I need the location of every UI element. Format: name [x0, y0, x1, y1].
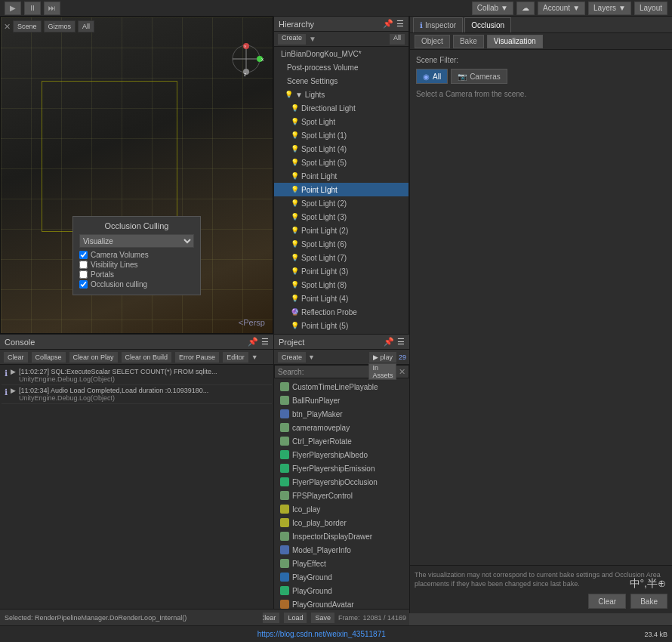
- scene-view: Y X Z <Persp Occlusion Culling Visualize…: [0, 17, 273, 334]
- hierarchy-item-11[interactable]: 💡Spot Light (2): [274, 196, 408, 210]
- cloud-button[interactable]: ☁: [516, 2, 535, 15]
- clear-on-play-btn2[interactable]: Clear on Play: [69, 351, 119, 363]
- error-pause-btn[interactable]: Error Pause: [174, 351, 220, 363]
- project-play-folder-btn[interactable]: ▶ play: [368, 351, 397, 363]
- console-menu-icon[interactable]: ☰: [261, 337, 269, 347]
- project-item-4[interactable]: Ctrl_PlayerRotate: [276, 434, 408, 448]
- project-item-2[interactable]: btn_PlayMaker: [276, 407, 408, 421]
- scene-canvas[interactable]: Y X Z <Persp Occlusion Culling Visualize…: [1, 17, 273, 333]
- project-item-9[interactable]: Ico_play: [276, 502, 408, 516]
- clear-on-build-btn[interactable]: Clear on Build: [121, 351, 173, 363]
- hierarchy-item-3[interactable]: 💡▼ Lights: [274, 88, 408, 101]
- in-assets-tab[interactable]: In Assets: [368, 363, 396, 380]
- hierarchy-item-8[interactable]: 💡Spot Light (5): [274, 156, 408, 169]
- subtab-object[interactable]: Object: [415, 35, 450, 48]
- hierarchy-item-icon-16: 💡: [291, 267, 299, 275]
- svg-text:X: X: [261, 57, 264, 62]
- subtab-bake[interactable]: Bake: [453, 35, 484, 48]
- visibility-lines-checkbox[interactable]: [79, 261, 88, 269]
- hierarchy-item-20[interactable]: 💡Point Light (5): [274, 319, 408, 332]
- project-item-14[interactable]: PlayGround: [276, 570, 408, 584]
- hierarchy-create-dropdown[interactable]: ▼: [309, 35, 316, 43]
- project-item-13[interactable]: PlayEffect: [276, 557, 408, 570]
- project-item-11[interactable]: InspectorDisplayDrawer: [276, 529, 408, 543]
- hierarchy-item-label-6: Spot Light (1): [301, 131, 347, 140]
- clear-button[interactable]: Clear: [588, 594, 626, 609]
- step-button[interactable]: ⏭: [44, 2, 60, 15]
- status-save[interactable]: Save: [310, 612, 335, 624]
- hierarchy-all-btn[interactable]: All: [389, 33, 405, 45]
- project-pin-icon[interactable]: 📌: [384, 337, 394, 347]
- tab-occlusion[interactable]: Occlusion: [464, 17, 511, 32]
- hierarchy-item-1[interactable]: Post-process Volume: [274, 60, 408, 74]
- hierarchy-item-19[interactable]: 🔮Reflection Probe: [274, 305, 408, 319]
- project-item-6[interactable]: FlyerPlayershipEmission: [276, 461, 408, 475]
- collab-button[interactable]: Collab ▼: [472, 2, 513, 15]
- hierarchy-item-15[interactable]: 💡Spot Light (7): [274, 251, 408, 264]
- project-create-btn[interactable]: Create: [277, 351, 307, 363]
- search-close-icon[interactable]: ✕: [399, 367, 405, 377]
- camera-volumes-checkbox[interactable]: [79, 251, 88, 259]
- hierarchy-item-12[interactable]: 💡Spot Light (3): [274, 210, 408, 224]
- pause-button[interactable]: ⏸: [24, 2, 41, 15]
- console-entry-1[interactable]: ℹ ▶ [11:02:34] Audio Load Completed,Load…: [2, 385, 272, 404]
- hierarchy-item-10[interactable]: 💡Point LIght: [274, 183, 408, 196]
- hierarchy-item-13[interactable]: 💡Point Light (2): [274, 224, 408, 237]
- portals-checkbox[interactable]: [79, 270, 88, 279]
- hierarchy-item-icon-13: 💡: [291, 227, 299, 234]
- hierarchy-item-16[interactable]: 💡Point Light (3): [274, 264, 408, 278]
- project-item-5[interactable]: FlyerPlayershipAlbedo: [276, 448, 408, 461]
- project-item-12[interactable]: Model_PlayerInfo: [276, 543, 408, 557]
- tab-inspector[interactable]: ℹ Inspector: [413, 17, 463, 32]
- hierarchy-item-14[interactable]: 💡Spot Light (6): [274, 237, 408, 251]
- collapse-btn[interactable]: Collapse: [31, 351, 66, 363]
- hierarchy-item-6[interactable]: 💡Spot Light (1): [274, 128, 408, 142]
- gizmos-btn[interactable]: Gizmos: [44, 20, 76, 32]
- clear-on-play-btn[interactable]: Clear: [3, 351, 29, 363]
- hierarchy-panel: Hierarchy 📌 ☰ Create ▼ All LinBianDongKo…: [273, 17, 409, 334]
- hierarchy-menu-icon[interactable]: ☰: [396, 19, 404, 29]
- account-button[interactable]: Account ▼: [538, 2, 585, 15]
- status-url[interactable]: https://blog.csdn.net/weixin_43511871: [5, 630, 638, 638]
- play-button[interactable]: ▶: [5, 2, 21, 15]
- hierarchy-item-17[interactable]: 💡Spot Light (8): [274, 278, 408, 292]
- project-item-3[interactable]: cameramoveplay: [276, 421, 408, 434]
- hierarchy-item-0[interactable]: LinBianDongKou_MVC*: [274, 47, 408, 60]
- editor-dropdown-icon[interactable]: ▼: [251, 353, 258, 361]
- hierarchy-pin-icon[interactable]: 📌: [383, 19, 393, 29]
- project-item-8[interactable]: FPSPlayerControl: [276, 489, 408, 502]
- occlusion-culling-checkbox[interactable]: [79, 280, 88, 289]
- bake-button[interactable]: Bake: [630, 594, 667, 609]
- editor-btn[interactable]: Editor: [222, 351, 249, 363]
- filter-cameras-btn[interactable]: 📷 Cameras: [451, 69, 507, 84]
- project-item-10[interactable]: Ico_play_border: [276, 516, 408, 529]
- all-btn[interactable]: All: [78, 20, 94, 32]
- project-item-0[interactable]: CustomTimeLinePlayable: [276, 380, 408, 394]
- hierarchy-create-btn[interactable]: Create: [277, 33, 307, 45]
- hierarchy-item-18[interactable]: 💡Point Light (4): [274, 292, 408, 305]
- hierarchy-item-2[interactable]: Scene Settings: [274, 74, 408, 88]
- search-input[interactable]: [306, 368, 366, 376]
- subtab-visualization[interactable]: Visualization: [487, 35, 543, 48]
- inspector-tabs: ℹ Inspector Occlusion: [410, 17, 672, 33]
- hierarchy-item-4[interactable]: 💡Directional Light: [274, 101, 408, 115]
- project-item-1[interactable]: BallRunPlayer: [276, 394, 408, 407]
- project-item-15[interactable]: PlayGround: [276, 584, 408, 597]
- console-pin-icon[interactable]: 📌: [248, 337, 258, 347]
- layout-button[interactable]: Layout: [634, 2, 667, 15]
- project-create-dropdown[interactable]: ▼: [308, 353, 315, 361]
- hierarchy-item-9[interactable]: 💡Point Light: [274, 169, 408, 183]
- hierarchy-item-label-10: Point LIght: [301, 186, 338, 194]
- hierarchy-item-7[interactable]: 💡Spot Light (4): [274, 142, 408, 156]
- visualize-select[interactable]: Visualize: [79, 234, 194, 248]
- scene-close-icon[interactable]: ✕: [4, 22, 11, 32]
- console-entry-0[interactable]: ℹ ▶ [11:02:27] SQL:ExecuteScalar SELECT …: [2, 366, 272, 385]
- filter-all-btn[interactable]: ◉ All: [416, 69, 448, 84]
- layers-button[interactable]: Layers ▼: [588, 2, 631, 15]
- scene-toolbar: ✕ Scene Gizmos All: [1, 19, 273, 34]
- project-item-7[interactable]: FlyerPlayershipOcclusion: [276, 475, 408, 489]
- status-load[interactable]: Load: [283, 612, 307, 624]
- project-menu-icon[interactable]: ☰: [397, 337, 405, 347]
- scene-tab[interactable]: Scene: [13, 20, 42, 32]
- hierarchy-item-5[interactable]: 💡Spot Light: [274, 115, 408, 128]
